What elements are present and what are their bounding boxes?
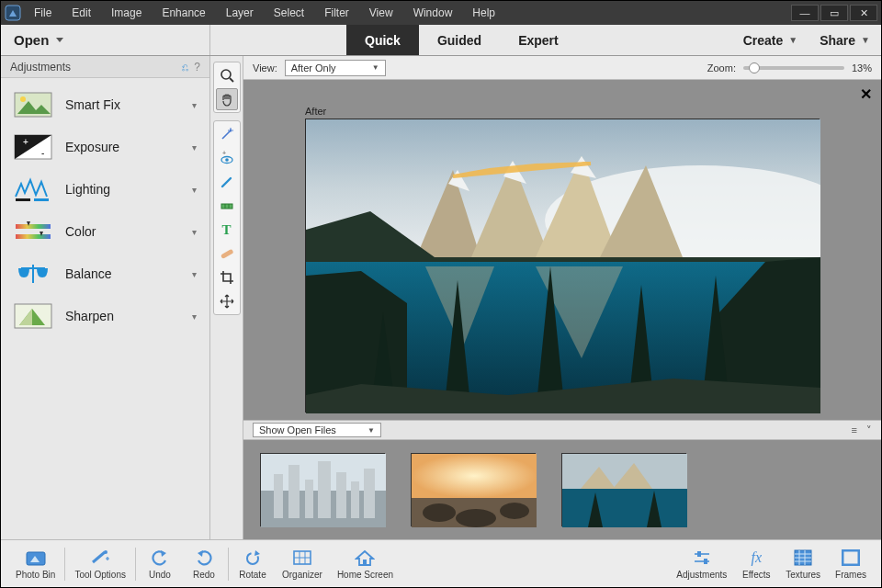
tool-straighten[interactable] (216, 195, 238, 217)
view-select[interactable]: After Only ▼ (285, 60, 386, 76)
menu-layer[interactable]: Layer (217, 3, 263, 23)
btn-redo[interactable]: Redo (182, 548, 226, 580)
chevron-down-icon: ▼ (788, 35, 797, 45)
type-icon: T (221, 222, 231, 238)
btn-tool-options[interactable]: Tool Options (67, 548, 133, 580)
tool-crop[interactable] (216, 266, 238, 288)
after-label: After (305, 106, 820, 117)
menu-select[interactable]: Select (265, 3, 313, 23)
document-image[interactable] (305, 119, 820, 413)
viewbar: View: After Only ▼ Zoom: 13% (243, 56, 881, 80)
svg-point-66 (500, 503, 529, 519)
btn-adjustments[interactable]: Adjustments (669, 548, 734, 580)
menu-view[interactable]: View (360, 3, 402, 23)
btn-organizer[interactable]: Organizer (275, 548, 330, 580)
adj-balance[interactable]: Balance ▾ (5, 253, 206, 295)
home-icon (355, 548, 375, 568)
svg-line-21 (222, 130, 231, 139)
photobin-select[interactable]: Show Open Files ▼ (253, 423, 381, 437)
svg-rect-59 (336, 472, 346, 518)
tab-quick[interactable]: Quick (346, 25, 419, 55)
btn-undo[interactable]: Undo (138, 548, 182, 580)
level-icon (220, 198, 234, 213)
zoom-slider[interactable] (743, 66, 844, 70)
create-button[interactable]: Create (743, 33, 784, 48)
help-icon[interactable]: ? (194, 61, 200, 74)
tab-guided[interactable]: Guided (419, 25, 500, 55)
open-label: Open (14, 32, 49, 48)
tool-hand[interactable] (216, 88, 238, 110)
svg-text:+: + (23, 137, 28, 147)
adj-label: Lighting (65, 182, 110, 197)
tool-spot-heal[interactable] (216, 243, 238, 265)
share-button[interactable]: Share (820, 33, 855, 48)
btn-label: Effects (742, 570, 770, 580)
btn-photo-bin[interactable]: Photo Bin (8, 548, 62, 580)
menu-file[interactable]: File (25, 3, 61, 23)
tab-expert[interactable]: Expert (500, 25, 577, 55)
balance-icon (14, 260, 52, 288)
svg-text:+: + (222, 151, 226, 156)
adjustments-panel: Adjustments ⎌ ? Smart Fix ▾ +- Ex (1, 56, 210, 539)
main-area: Adjustments ⎌ ? Smart Fix ▾ +- Ex (1, 56, 881, 539)
close-window-button[interactable]: ✕ (850, 5, 877, 21)
adj-sharpen[interactable]: Sharpen ▾ (5, 295, 206, 337)
svg-point-76 (104, 550, 107, 554)
tool-move[interactable] (216, 290, 238, 312)
adj-smart-fix[interactable]: Smart Fix ▾ (5, 84, 206, 126)
btn-rotate[interactable]: Rotate (231, 548, 275, 580)
svg-rect-97 (842, 550, 859, 565)
eye-icon: + (220, 151, 234, 165)
btn-textures[interactable]: Textures (778, 548, 828, 580)
svg-rect-27 (221, 204, 232, 209)
tool-type[interactable]: T (216, 219, 238, 241)
tool-options-icon (90, 548, 110, 568)
adj-label: Sharpen (65, 309, 114, 323)
zoom-thumb[interactable] (749, 62, 760, 74)
menu-help[interactable]: Help (463, 3, 504, 23)
svg-rect-58 (318, 461, 331, 518)
close-document-button[interactable]: ✕ (860, 85, 872, 103)
maximize-button[interactable]: ▭ (820, 5, 848, 21)
chevron-down-icon: ▼ (372, 63, 379, 72)
photobin-thumb-2[interactable] (411, 453, 536, 526)
svg-rect-30 (220, 249, 233, 259)
svg-point-19 (221, 70, 231, 79)
menu-enhance[interactable]: Enhance (153, 3, 214, 23)
btn-home-screen[interactable]: Home Screen (330, 548, 401, 580)
tool-redeye[interactable]: + (216, 147, 238, 169)
photobin-thumb-1[interactable] (260, 453, 385, 526)
btn-effects[interactable]: fx Effects (734, 548, 778, 580)
photobin-menu-icon[interactable]: ≡ (852, 424, 857, 436)
sharpen-icon (14, 302, 52, 330)
adj-lighting[interactable]: Lighting ▾ (5, 168, 206, 210)
svg-marker-80 (254, 550, 260, 556)
tool-zoom[interactable] (216, 64, 238, 86)
tool-whiten[interactable] (216, 171, 238, 193)
chevron-down-icon: ▾ (192, 100, 197, 110)
minimize-button[interactable]: — (791, 5, 819, 21)
reset-icon[interactable]: ⎌ (182, 61, 188, 74)
photobin (243, 440, 881, 539)
adj-color[interactable]: Color ▾ (5, 210, 206, 253)
zoom-value: 13% (852, 62, 872, 74)
photobin-thumb-3[interactable] (561, 453, 686, 526)
svg-rect-56 (288, 465, 300, 518)
menu-edit[interactable]: Edit (62, 3, 100, 23)
lighting-icon (14, 175, 52, 203)
btn-frames[interactable]: Frames (828, 548, 874, 580)
menu-window[interactable]: Window (404, 3, 462, 23)
menu-image[interactable]: Image (102, 3, 151, 23)
zoom-label: Zoom: (707, 62, 736, 74)
brush-icon (220, 175, 234, 189)
window-controls: — ▭ ✕ (791, 5, 881, 21)
chevron-down-icon: ▾ (192, 185, 197, 195)
tool-quick-select[interactable] (216, 123, 238, 145)
photobin-collapse-icon[interactable]: ˅ (866, 424, 872, 436)
open-button[interactable]: Open (1, 25, 210, 55)
titlebar: File Edit Image Enhance Layer Select Fil… (1, 1, 881, 25)
svg-text:-: - (41, 148, 44, 158)
menu-filter[interactable]: Filter (315, 3, 358, 23)
adj-exposure[interactable]: +- Exposure ▾ (5, 126, 206, 168)
bandage-icon (220, 246, 234, 261)
